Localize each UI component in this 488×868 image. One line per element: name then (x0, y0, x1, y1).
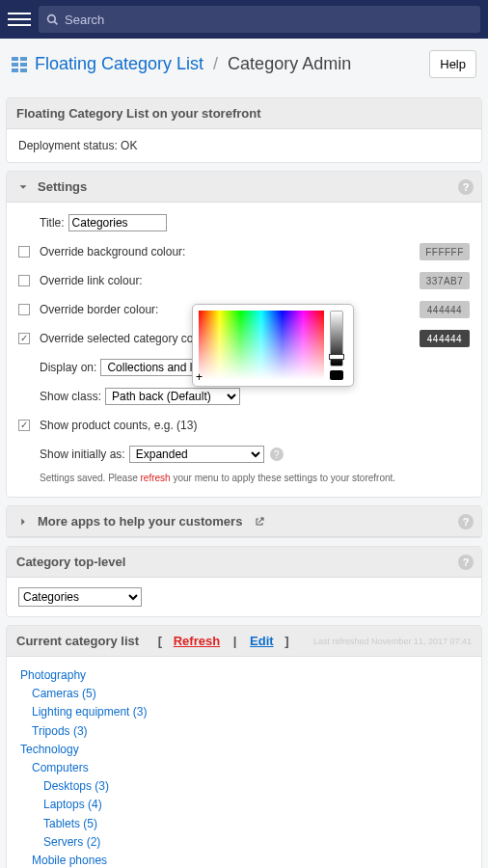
svg-line-1 (54, 21, 57, 24)
category-tree-item: Desktops (3) (20, 777, 468, 796)
svg-rect-3 (20, 57, 27, 61)
search-icon (46, 14, 59, 26)
refresh-link[interactable]: refresh (141, 473, 171, 483)
toplevel-title: Category top-level (16, 555, 125, 569)
category-list-panel-header: Current category list [ Refresh | Edit ]… (7, 626, 481, 657)
category-link[interactable]: Photography (20, 668, 86, 682)
override-selected-checkbox[interactable] (18, 333, 30, 344)
color-picker-popup: + (192, 304, 354, 387)
storefront-panel-header: Floating Category List on your storefron… (7, 98, 481, 129)
title-input[interactable] (68, 214, 167, 231)
override-border-color-swatch[interactable]: 444444 (420, 301, 470, 318)
override-selected-label: Override selected category colour: (40, 332, 216, 345)
show-class-row: Show class: Path back (Default) (18, 386, 470, 407)
display-on-label: Display on: (40, 361, 96, 374)
override-bg-checkbox[interactable] (18, 246, 30, 258)
category-tree-item: Cameras (5) (20, 685, 468, 703)
settings-panel-title: Settings (38, 179, 87, 194)
more-apps-panel: More apps to help your customers ? (6, 505, 482, 538)
show-initially-label: Show initially as: (40, 448, 125, 461)
override-border-checkbox[interactable] (18, 304, 30, 315)
show-initially-row: Show initially as: Expanded ? (18, 444, 470, 465)
category-link[interactable]: Laptops (4) (43, 798, 102, 811)
category-list-title: Current category list (16, 634, 139, 648)
help-icon[interactable]: ? (458, 514, 474, 529)
color-picker-spectrum[interactable]: + (199, 311, 324, 380)
lightness-gradient[interactable] (330, 311, 343, 366)
toplevel-select[interactable]: Categories (18, 587, 142, 607)
show-initially-select[interactable]: Expanded (129, 446, 264, 463)
category-list-panel: Current category list [ Refresh | Edit ]… (6, 625, 482, 868)
storefront-panel-body: Deployment status: OK (7, 129, 481, 162)
override-border-label: Override border colour: (40, 303, 158, 316)
override-link-checkbox[interactable] (18, 275, 30, 286)
category-tree-item: Technology (20, 741, 468, 759)
category-link[interactable]: Technology (20, 743, 79, 756)
show-class-select[interactable]: Path back (Default) (105, 388, 240, 405)
refresh-link[interactable]: Refresh (174, 634, 220, 648)
help-button[interactable]: Help (429, 50, 476, 78)
color-picker-cursor-icon: + (196, 371, 203, 383)
hamburger-menu-button[interactable] (8, 8, 31, 31)
svg-point-0 (48, 14, 56, 22)
category-link[interactable]: Desktops (3) (43, 779, 109, 793)
svg-rect-4 (12, 63, 18, 67)
chevron-right-icon (16, 515, 30, 529)
override-bg-label: Override background colour: (40, 245, 185, 258)
category-link[interactable]: Servers (2) (43, 835, 100, 849)
svg-rect-2 (12, 57, 18, 61)
toplevel-panel-body: Categories (7, 578, 481, 616)
category-link[interactable]: Cameras (5) (32, 687, 96, 700)
settings-panel-header[interactable]: Settings ? (7, 172, 481, 203)
top-bar (0, 0, 488, 39)
lightness-slider-handle[interactable] (329, 354, 344, 360)
deployment-status: Deployment status: OK (18, 139, 137, 152)
search-input[interactable] (65, 13, 473, 27)
title-row: Title: (18, 212, 470, 233)
breadcrumb-separator: / (213, 54, 218, 74)
svg-rect-6 (12, 68, 18, 72)
override-link-color-swatch[interactable]: 337AB7 (420, 272, 470, 289)
lightness-black-swatch[interactable] (330, 370, 343, 380)
category-link[interactable]: Lighting equipment (3) (32, 705, 147, 719)
show-counts-row: Show product counts, e.g. (13) (18, 415, 470, 436)
breadcrumb-app-link[interactable]: Floating Category List (35, 54, 203, 74)
help-icon[interactable]: ? (458, 555, 474, 570)
storefront-panel: Floating Category List on your storefron… (6, 97, 482, 163)
category-link[interactable]: Tablets (5) (43, 817, 97, 830)
category-tree-item: Tablets (5) (20, 815, 468, 833)
external-link-icon (254, 516, 265, 528)
storefront-panel-title: Floating Category List on your storefron… (16, 106, 261, 121)
override-bg-color-swatch[interactable]: FFFFFF (420, 243, 470, 260)
edit-link[interactable]: Edit (250, 634, 274, 648)
category-link[interactable]: Tripods (3) (32, 724, 88, 738)
category-tree-item: Photography (20, 666, 468, 685)
help-icon[interactable]: ? (270, 448, 284, 461)
settings-panel-body: Title: Override background colour: FFFFF… (7, 203, 481, 497)
svg-rect-5 (20, 63, 27, 67)
category-link[interactable]: Mobile phones (32, 854, 107, 867)
override-selected-color-swatch[interactable]: 444444 (420, 330, 470, 347)
help-icon[interactable]: ? (458, 179, 474, 195)
category-tree-item: Laptops (4) (20, 796, 468, 814)
breadcrumb: Floating Category List / Category Admin (12, 54, 351, 74)
category-tree-item: Servers (2) (20, 833, 468, 852)
color-picker-lightness-bar[interactable] (330, 311, 343, 380)
chevron-down-icon (16, 180, 30, 194)
settings-panel: Settings ? Title: Override background co… (6, 171, 482, 498)
override-link-row: Override link colour: 337AB7 (18, 270, 470, 291)
show-counts-checkbox[interactable] (18, 420, 30, 431)
title-label: Title: (40, 216, 65, 230)
show-class-label: Show class: (40, 390, 101, 403)
search-box[interactable] (39, 6, 480, 33)
more-apps-title: More apps to help your customers (38, 514, 242, 529)
override-bg-row: Override background colour: FFFFFF (18, 241, 470, 262)
override-link-label: Override link colour: (40, 274, 143, 287)
category-link[interactable]: Computers (32, 761, 89, 774)
category-tree-item: Mobile phones (20, 852, 468, 868)
last-refreshed-label: Last refreshed November 11, 2017 07:41 (313, 637, 472, 646)
category-tree-item: Lighting equipment (3) (20, 703, 468, 721)
breadcrumb-current: Category Admin (228, 54, 351, 74)
category-tree: PhotographyCameras (5)Lighting equipment… (7, 657, 481, 868)
more-apps-panel-header[interactable]: More apps to help your customers ? (7, 506, 481, 537)
